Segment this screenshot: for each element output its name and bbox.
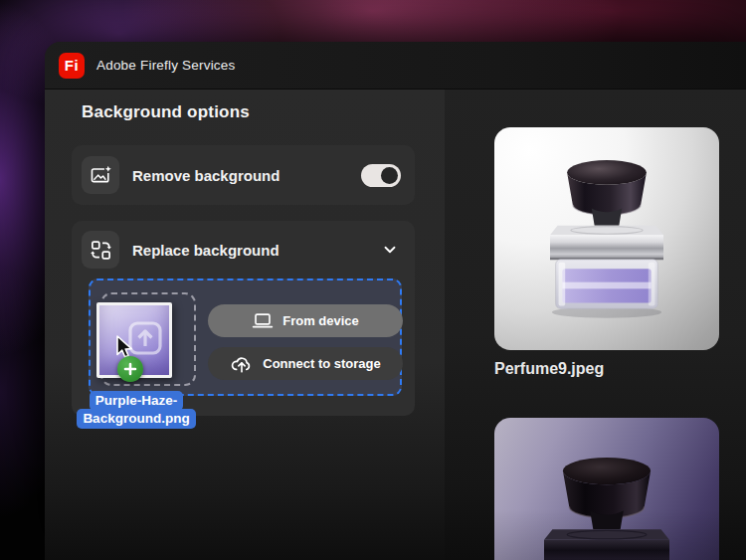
dragged-filename-line1: Purple-Haze- — [90, 391, 184, 411]
from-device-label: From device — [282, 313, 359, 328]
background-dropzone[interactable]: From device Connect to storage — [89, 279, 402, 396]
connect-to-storage-button[interactable]: Connect to storage — [208, 347, 403, 380]
swap-icon — [90, 239, 112, 262]
replace-background-label: Replace background — [132, 242, 368, 259]
remove-background-row: Remove background — [72, 145, 415, 205]
perfume-bottle-dark-image — [523, 444, 690, 560]
laptop-icon — [252, 312, 274, 330]
window-content: Background options Remove background — [45, 90, 746, 560]
connect-to-storage-label: Connect to storage — [263, 356, 380, 371]
replace-background-section: Replace background — [72, 221, 415, 416]
chevron-down-icon[interactable] — [381, 241, 399, 259]
preview-panel: Perfume9.jpeg — [445, 90, 746, 560]
cloud-upload-icon — [230, 354, 254, 374]
image-sparkle-icon — [90, 164, 112, 187]
perfume-bottle-image — [531, 147, 682, 328]
app-title: Adobe Firefly Services — [96, 58, 235, 73]
from-device-button[interactable]: From device — [208, 304, 403, 337]
replace-background-header[interactable]: Replace background — [72, 221, 415, 269]
firefly-logo-text: Fi — [65, 57, 79, 74]
firefly-logo: Fi — [59, 53, 85, 79]
titlebar: Fi Adobe Firefly Services — [45, 42, 746, 90]
original-image-card[interactable] — [494, 127, 719, 350]
remove-background-icon-chip — [82, 156, 119, 194]
result-image-card[interactable] — [494, 418, 719, 560]
panel-heading: Background options — [82, 102, 250, 122]
toggle-knob — [381, 167, 398, 184]
app-window: Fi Adobe Firefly Services Background opt… — [45, 42, 746, 560]
background-options-panel: Background options Remove background — [45, 90, 445, 560]
replace-background-icon-chip — [82, 231, 119, 269]
original-image-filename: Perfume9.jpeg — [494, 360, 604, 378]
copy-plus-badge — [117, 356, 143, 382]
dragged-filename-label: Purple-Haze- Background.png — [71, 391, 202, 429]
remove-background-label: Remove background — [132, 167, 348, 184]
dragged-filename-line2: Background.png — [77, 409, 195, 429]
remove-background-toggle[interactable] — [361, 164, 401, 187]
plus-icon — [123, 362, 137, 376]
